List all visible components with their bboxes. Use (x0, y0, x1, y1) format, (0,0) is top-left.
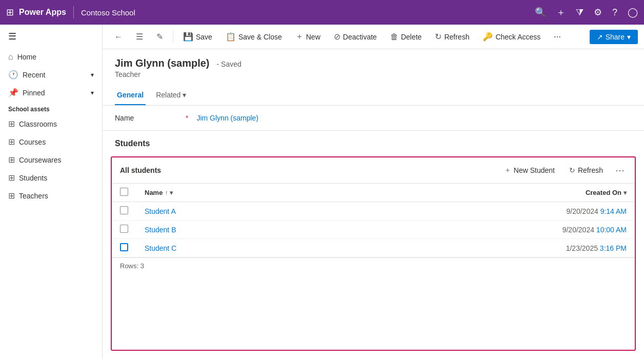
row-checkbox-2[interactable] (120, 243, 128, 251)
record-view-button[interactable]: ☰ (130, 28, 149, 45)
row-checkbox-cell-0 (112, 202, 136, 221)
save-close-icon: 📋 (226, 32, 236, 42)
name-sort-dropdown-icon[interactable]: ▾ (170, 189, 173, 196)
row-name-2[interactable]: Student C (145, 244, 176, 252)
waffle-icon[interactable]: ⊞ (6, 7, 14, 18)
record-status: - Saved (217, 60, 242, 68)
deactivate-icon: ⊘ (334, 32, 340, 42)
edit-icon: ✎ (156, 32, 163, 42)
share-button[interactable]: ↗ Share ▾ (590, 30, 638, 44)
sidebar-item-pinned-label: Pinned (23, 89, 45, 97)
deactivate-label: Deactivate (343, 33, 377, 41)
students-section-label: Students (115, 139, 150, 148)
sidebar-item-classrooms[interactable]: ⊞ Classrooms (0, 115, 102, 133)
save-label: Save (196, 33, 212, 41)
select-all-checkbox[interactable] (120, 188, 128, 196)
coursewares-icon: ⊞ (8, 155, 15, 165)
sidebar-item-home-label: Home (17, 53, 36, 61)
students-icon: ⊞ (8, 173, 15, 183)
record-toolbar: ← ☰ ✎ 💾 Save 📋 Save & Close ＋ New ⊘ (103, 25, 644, 49)
delete-label: Delete (401, 33, 421, 41)
check-access-icon: 🔑 (482, 32, 493, 42)
share-icon: ↗ (597, 33, 603, 41)
edit-button[interactable]: ✎ (151, 28, 169, 45)
name-sort-asc-icon: ↑ (165, 189, 168, 196)
sidebar-item-classrooms-label: Classrooms (19, 120, 57, 128)
table-row: Student A 9/20/2024 9:14 AM (112, 202, 635, 221)
recent-icon: 🕐 (8, 70, 18, 79)
tab-general[interactable]: General (115, 87, 146, 105)
check-access-label: Check Access (495, 33, 540, 41)
content-area: ← ☰ ✎ 💾 Save 📋 Save & Close ＋ New ⊘ (103, 25, 644, 359)
new-icon: ＋ (295, 31, 304, 42)
row-name-0[interactable]: Student A (145, 207, 176, 215)
grid-refresh-label: Refresh (578, 166, 603, 174)
add-icon[interactable]: ＋ (556, 6, 566, 18)
help-icon[interactable]: ? (612, 7, 617, 18)
tab-related-arrow: ▾ (183, 91, 186, 99)
sidebar-item-teachers[interactable]: ⊞ Teachers (0, 187, 102, 205)
deactivate-button[interactable]: ⊘ Deactivate (328, 28, 383, 45)
back-button[interactable]: ← (109, 29, 128, 45)
pinned-icon: 📌 (8, 88, 18, 97)
school-assets-section-label: School assets (0, 102, 102, 115)
filter-icon[interactable]: ⧩ (576, 7, 583, 18)
share-dropdown-icon: ▾ (627, 33, 631, 41)
name-required-marker: * (186, 114, 188, 122)
name-form-label: Name (115, 114, 176, 122)
row-checkbox-1[interactable] (120, 225, 128, 233)
row-created-date-2: 1/23/2025 (566, 244, 600, 252)
sidebar-item-pinned[interactable]: 📌 Pinned ▾ (0, 84, 102, 102)
refresh-button[interactable]: ↻ Refresh (429, 28, 475, 45)
home-icon: ⌂ (8, 52, 13, 62)
row-checkbox-cell-2 (112, 239, 136, 257)
row-name-cell-0: Student A (136, 202, 532, 221)
sidebar-item-courses[interactable]: ⊞ Courses (0, 133, 102, 151)
grid-more-button[interactable]: ⋯ (613, 163, 627, 178)
sidebar: ☰ ⌂ Home 🕐 Recent ▾ 📌 Pinned ▾ School as… (0, 25, 103, 359)
more-options-icon: ⋯ (554, 33, 561, 41)
rows-count: Rows: 3 (112, 257, 635, 274)
content-scroll: Jim Glynn (sample) - Saved Teacher Gener… (103, 49, 644, 359)
name-form-value[interactable]: Jim Glynn (sample) (196, 114, 258, 122)
more-options-button[interactable]: ⋯ (548, 29, 567, 45)
sidebar-item-coursewares[interactable]: ⊞ Coursewares (0, 151, 102, 169)
sidebar-item-home[interactable]: ⌂ Home (0, 48, 102, 66)
sidebar-item-students-label: Students (19, 174, 47, 182)
row-created-time-2[interactable]: 3:16 PM (600, 244, 627, 252)
search-icon[interactable]: 🔍 (535, 7, 546, 18)
new-button[interactable]: ＋ New (290, 28, 326, 46)
save-close-button[interactable]: 📋 Save & Close (220, 28, 288, 45)
row-created-cell-2: 1/23/2025 3:16 PM (532, 239, 635, 257)
grid-refresh-button[interactable]: ↻ Refresh (565, 164, 607, 176)
user-icon[interactable]: ◯ (628, 7, 638, 18)
refresh-icon: ↻ (435, 32, 441, 42)
record-view-icon: ☰ (136, 32, 143, 42)
classrooms-icon: ⊞ (8, 119, 15, 129)
th-select-all[interactable] (112, 184, 136, 202)
save-icon: 💾 (183, 32, 193, 42)
row-created-time-0[interactable]: 9:14 AM (600, 207, 627, 215)
table-header-row: Name ↑ ▾ Created On ▾ (112, 184, 635, 202)
settings-icon[interactable]: ⚙ (594, 7, 602, 18)
sidebar-item-courses-label: Courses (19, 138, 46, 146)
sidebar-item-recent[interactable]: 🕐 Recent ▾ (0, 66, 102, 84)
save-button[interactable]: 💾 Save (177, 28, 218, 45)
recent-arrow: ▾ (91, 71, 94, 78)
delete-button[interactable]: 🗑 Delete (385, 29, 427, 45)
table-row: Student B 9/20/2024 10:00 AM (112, 221, 635, 239)
row-checkbox-0[interactable] (120, 206, 128, 214)
row-name-cell-2: Student C (136, 239, 532, 257)
tab-related[interactable]: Related ▾ (154, 87, 188, 105)
th-name[interactable]: Name ↑ ▾ (136, 184, 532, 202)
sidebar-item-students[interactable]: ⊞ Students (0, 169, 102, 187)
new-student-button[interactable]: ＋ New Student (500, 164, 559, 177)
row-name-1[interactable]: Student B (145, 226, 176, 234)
row-created-time-1[interactable]: 10:00 AM (596, 226, 627, 234)
topbar: ⊞ Power Apps Contoso School 🔍 ＋ ⧩ ⚙ ? ◯ (0, 0, 644, 25)
check-access-button[interactable]: 🔑 Check Access (477, 28, 546, 45)
th-created-on[interactable]: Created On ▾ (532, 184, 635, 202)
sidebar-item-recent-label: Recent (23, 71, 45, 79)
hamburger-button[interactable]: ☰ (0, 25, 102, 48)
row-created-date-1: 9/20/2024 (562, 226, 596, 234)
